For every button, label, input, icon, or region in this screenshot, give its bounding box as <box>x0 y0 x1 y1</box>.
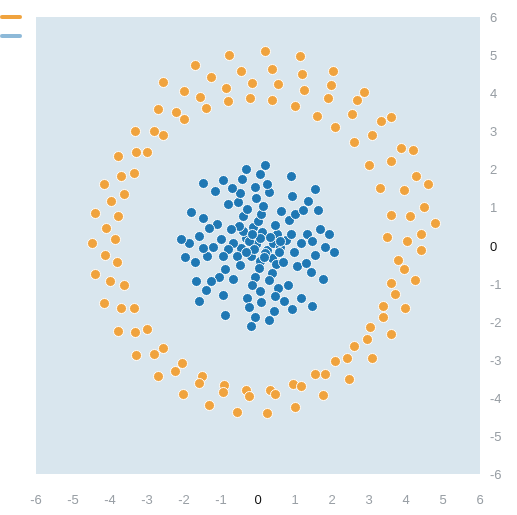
data-point-outer-ring <box>190 60 201 71</box>
y-tick: 3 <box>490 124 497 139</box>
data-point-outer-ring <box>129 168 140 179</box>
data-point-outer-ring <box>110 234 121 245</box>
data-point-inner-cluster <box>176 234 187 245</box>
data-point-inner-cluster <box>194 296 205 307</box>
data-point-outer-ring <box>247 78 258 89</box>
data-point-inner-cluster <box>237 174 248 185</box>
data-point-inner-cluster <box>287 191 298 202</box>
data-point-outer-ring <box>399 185 410 196</box>
data-point-inner-cluster <box>194 231 205 242</box>
data-point-outer-ring <box>330 122 341 133</box>
data-point-outer-ring <box>382 232 393 243</box>
data-point-inner-cluster <box>226 224 237 235</box>
data-point-inner-cluster <box>198 243 209 254</box>
data-point-inner-cluster <box>283 280 294 291</box>
data-point-outer-ring <box>101 223 112 234</box>
x-tick: -5 <box>67 492 79 507</box>
data-point-outer-ring <box>378 301 389 312</box>
data-point-inner-cluster <box>296 238 307 249</box>
data-point-outer-ring <box>410 275 421 286</box>
data-point-outer-ring <box>273 79 284 90</box>
data-point-outer-ring <box>171 107 182 118</box>
x-tick: 3 <box>365 492 372 507</box>
data-point-inner-cluster <box>190 257 201 268</box>
data-point-outer-ring <box>297 69 308 80</box>
data-point-outer-ring <box>416 229 427 240</box>
data-point-inner-cluster <box>286 171 297 182</box>
y-tick: 5 <box>490 48 497 63</box>
data-point-inner-cluster <box>274 247 285 258</box>
data-point-outer-ring <box>131 350 142 361</box>
data-point-outer-ring <box>386 329 397 340</box>
data-point-outer-ring <box>113 326 124 337</box>
y-tick: 2 <box>490 162 497 177</box>
data-point-outer-ring <box>179 86 190 97</box>
data-point-inner-cluster <box>276 206 287 217</box>
data-point-outer-ring <box>99 298 110 309</box>
data-point-outer-ring <box>221 83 232 94</box>
data-point-outer-ring <box>347 109 358 120</box>
data-point-outer-ring <box>201 103 212 114</box>
data-point-inner-cluster <box>220 310 231 321</box>
data-point-inner-cluster <box>255 286 266 297</box>
data-point-outer-ring <box>130 327 141 338</box>
legend-line-blue <box>0 34 22 38</box>
data-point-inner-cluster <box>241 164 252 175</box>
data-point-outer-ring <box>100 250 111 261</box>
data-point-outer-ring <box>236 66 247 77</box>
data-point-outer-ring <box>129 303 140 314</box>
data-point-outer-ring <box>194 378 205 389</box>
data-point-outer-ring <box>419 202 430 213</box>
data-point-outer-ring <box>367 130 378 141</box>
data-point-outer-ring <box>223 96 234 107</box>
data-point-outer-ring <box>320 369 331 380</box>
data-point-inner-cluster <box>204 223 215 234</box>
data-point-outer-ring <box>367 353 378 364</box>
data-point-inner-cluster <box>260 160 271 171</box>
data-point-inner-cluster <box>264 315 275 326</box>
data-point-outer-ring <box>378 312 389 323</box>
data-point-outer-ring <box>318 390 329 401</box>
x-tick: 6 <box>476 492 483 507</box>
data-point-outer-ring <box>116 171 127 182</box>
x-tick: 0 <box>254 492 261 507</box>
data-point-inner-cluster <box>218 290 229 301</box>
data-point-inner-cluster <box>198 178 209 189</box>
data-point-outer-ring <box>224 50 235 61</box>
x-tick: -4 <box>104 492 116 507</box>
data-point-outer-ring <box>295 51 306 62</box>
x-tick: -1 <box>215 492 227 507</box>
data-point-outer-ring <box>232 407 243 418</box>
data-point-outer-ring <box>244 391 255 402</box>
data-point-inner-cluster <box>289 247 300 258</box>
data-point-outer-ring <box>290 402 301 413</box>
data-point-inner-cluster <box>227 183 238 194</box>
data-point-outer-ring <box>402 236 413 247</box>
data-point-outer-ring <box>270 389 281 400</box>
y-tick: -3 <box>490 352 502 367</box>
data-point-inner-cluster <box>278 257 289 268</box>
data-point-outer-ring <box>396 143 407 154</box>
data-point-outer-ring <box>113 151 124 162</box>
data-point-inner-cluster <box>307 236 318 247</box>
data-point-outer-ring <box>204 400 215 411</box>
y-tick: -5 <box>490 428 502 443</box>
data-point-outer-ring <box>296 381 307 392</box>
data-point-inner-cluster <box>307 301 318 312</box>
data-point-outer-ring <box>142 147 153 158</box>
y-tick: -4 <box>490 390 502 405</box>
data-point-inner-cluster <box>191 276 202 287</box>
data-point-outer-ring <box>290 101 301 112</box>
legend-line-orange <box>0 15 22 19</box>
x-tick: 5 <box>439 492 446 507</box>
y-tick: -2 <box>490 314 502 329</box>
data-point-outer-ring <box>405 211 416 222</box>
x-tick: 4 <box>402 492 409 507</box>
data-point-outer-ring <box>260 46 271 57</box>
data-point-outer-ring <box>386 210 397 221</box>
x-tick: -6 <box>30 492 42 507</box>
data-point-inner-cluster <box>310 184 321 195</box>
data-point-inner-cluster <box>242 204 253 215</box>
x-tick: -3 <box>141 492 153 507</box>
data-point-outer-ring <box>349 137 360 148</box>
